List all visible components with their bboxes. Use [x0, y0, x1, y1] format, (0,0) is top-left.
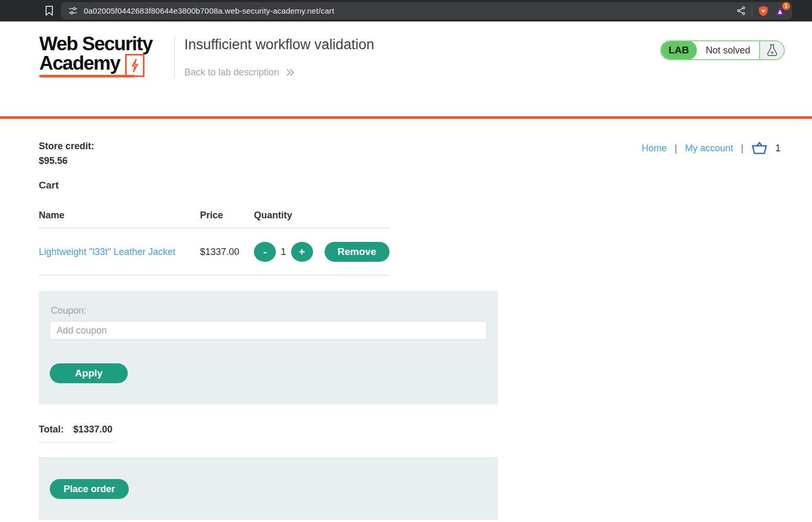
- coupon-label: Coupon:: [51, 305, 487, 316]
- total-row: Total: $1337.00: [39, 424, 114, 442]
- quantity-value: 1: [281, 246, 286, 258]
- cart-count: 1: [775, 143, 781, 154]
- nav-separator: |: [675, 143, 677, 154]
- rewards-badge: 1: [782, 2, 790, 10]
- coupon-panel: Coupon: Apply: [39, 291, 498, 404]
- cart-heading: Cart: [39, 180, 812, 191]
- product-price: $1337.00: [200, 247, 254, 258]
- browser-topbar: 0a02005f0442683f80644e3800b7008a.web-sec…: [0, 0, 812, 21]
- product-link[interactable]: Lightweight "l33t" Leather Jacket: [39, 247, 175, 257]
- cart-page: Store credit: $95.56 Home | My account |…: [0, 119, 812, 520]
- apply-coupon-button[interactable]: Apply: [50, 363, 128, 383]
- remove-item-button[interactable]: Remove: [325, 242, 390, 262]
- lab-header: Web Security Academy Insufficient workfl…: [0, 21, 812, 116]
- flask-cell: [759, 41, 784, 59]
- logo-text-line2: Academy: [39, 53, 120, 73]
- basket-icon[interactable]: [751, 141, 767, 155]
- lab-status-text: Not solved: [697, 41, 759, 59]
- column-header-quantity: Quantity: [254, 210, 390, 221]
- toolbar-divider: [752, 6, 752, 16]
- total-label: Total:: [39, 424, 64, 435]
- nav-my-account-link[interactable]: My account: [685, 143, 733, 154]
- place-order-button[interactable]: Place order: [50, 479, 129, 499]
- address-bar[interactable]: 0a02005f0442683f80644e3800b7008a.web-sec…: [61, 2, 792, 19]
- site-nav: Home | My account | 1: [642, 139, 781, 156]
- page-title: Insufficient workflow validation: [184, 37, 374, 53]
- store-credit-label: Store credit:: [39, 139, 94, 153]
- logo-underline: [39, 75, 135, 77]
- column-header-price: Price: [200, 210, 254, 221]
- cart-table-header: Name Price Quantity: [39, 210, 390, 228]
- store-credit-value: $95.56: [39, 153, 94, 168]
- increase-quantity-button[interactable]: +: [291, 242, 313, 262]
- brave-rewards-icon[interactable]: 1: [774, 5, 786, 17]
- lab-label: LAB: [661, 41, 697, 60]
- store-credit: Store credit: $95.56: [39, 139, 94, 168]
- header-divider: [174, 36, 175, 78]
- cart-table: Name Price Quantity Lightweight "l33t" L…: [39, 210, 390, 275]
- bookmark-icon[interactable]: [44, 6, 54, 16]
- place-order-panel: Place order: [39, 457, 498, 520]
- lab-status-widget: LAB Not solved: [660, 40, 785, 60]
- url-text: 0a02005f0442683f80644e3800b7008a.web-sec…: [84, 6, 334, 15]
- cart-item-row: Lightweight "l33t" Leather Jacket $1337.…: [39, 228, 390, 275]
- decrease-quantity-button[interactable]: -: [254, 242, 276, 262]
- site-permissions-icon[interactable]: [67, 5, 79, 17]
- brave-shield-icon[interactable]: [758, 5, 769, 17]
- back-link-label: Back to lab description: [184, 67, 279, 78]
- lightning-bolt-icon: [125, 54, 144, 77]
- column-header-name: Name: [39, 210, 200, 221]
- total-value: $1337.00: [73, 424, 113, 435]
- double-chevron-icon: [284, 69, 296, 76]
- coupon-input[interactable]: [50, 321, 487, 340]
- back-to-lab-description-link[interactable]: Back to lab description: [184, 67, 374, 78]
- flask-icon: [767, 44, 777, 57]
- nav-separator: |: [741, 143, 743, 154]
- web-security-academy-logo[interactable]: Web Security Academy: [39, 34, 174, 116]
- nav-home-link[interactable]: Home: [642, 143, 667, 154]
- logo-text-line1: Web Security: [39, 34, 174, 53]
- share-icon[interactable]: [735, 5, 747, 17]
